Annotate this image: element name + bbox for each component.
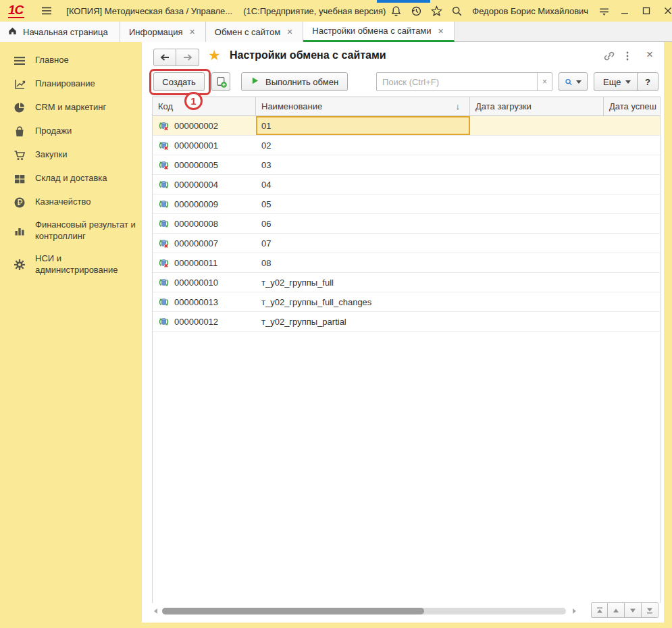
table-row[interactable]: 00000000707: [153, 234, 660, 253]
tab-close-icon[interactable]: ×: [188, 26, 197, 37]
row-load-date-cell: [470, 312, 604, 331]
sidebar-item-warehouse-delivery[interactable]: Склад и доставка: [0, 167, 142, 190]
more-kebab-icon[interactable]: [622, 50, 633, 65]
search-box: ×: [376, 72, 552, 91]
sidebar-item-purchases[interactable]: Закупки: [0, 143, 142, 167]
create-button[interactable]: Создать: [153, 72, 205, 91]
scroll-left-icon[interactable]: [153, 607, 160, 615]
row-name-cell: 07: [256, 234, 470, 253]
scroll-right-icon[interactable]: [571, 607, 578, 615]
sidebar-item-label: Продажи: [35, 126, 72, 137]
row-load-date-cell: [470, 253, 604, 272]
sidebar-item-crm-marketing[interactable]: CRM и маркетинг: [0, 96, 142, 120]
row-success-date-cell: [604, 155, 661, 174]
tab-label: Начальная страница: [23, 27, 108, 37]
main-menu-icon[interactable]: [36, 1, 57, 21]
row-load-date-cell: [470, 136, 604, 155]
table-row[interactable]: 000000012т_у02_группы_partial: [153, 312, 660, 332]
notifications-bell-icon[interactable]: [386, 1, 406, 21]
favorite-star-icon[interactable]: ★: [208, 47, 221, 63]
sidebar-item-main[interactable]: Главное: [0, 49, 142, 72]
column-header-load-date[interactable]: Дата загрузки: [470, 97, 604, 115]
row-name-cell[interactable]: 01: [256, 116, 470, 135]
get-link-icon[interactable]: [603, 50, 615, 65]
search-input[interactable]: [377, 73, 537, 90]
row-name-cell: т_у02_группы_full: [256, 273, 470, 292]
sidebar-item-label: Планирование: [35, 78, 95, 90]
table-row[interactable]: 00000000503: [153, 155, 660, 175]
table-row[interactable]: 000000013т_у02_группы_full_changes: [153, 292, 660, 312]
column-header-name[interactable]: Наименование ↓: [256, 97, 470, 115]
row-down-button[interactable]: [625, 602, 642, 618]
go-to-first-button[interactable]: [591, 602, 608, 618]
table-row[interactable]: 00000001108: [153, 253, 660, 273]
close-form-icon[interactable]: ×: [646, 48, 653, 61]
row-success-date-cell: [604, 234, 661, 253]
forward-arrow-button[interactable]: [176, 49, 199, 66]
history-icon[interactable]: [406, 1, 426, 21]
row-load-date-cell: [470, 155, 604, 174]
pie-chart-icon: [14, 102, 26, 114]
favorites-star-icon[interactable]: [426, 1, 446, 21]
tab-site-exchange-settings[interactable]: Настройки обмена с сайтами ×: [303, 22, 454, 42]
row-name-cell: 08: [256, 253, 470, 272]
close-window-button[interactable]: [657, 1, 672, 21]
table-row[interactable]: 000000010т_у02_группы_full: [153, 273, 660, 292]
row-name-cell: 04: [256, 175, 470, 194]
help-button[interactable]: ?: [637, 72, 658, 91]
table-row[interactable]: 00000000905: [153, 194, 660, 214]
current-user[interactable]: Федоров Борис Михайлович: [472, 6, 588, 16]
sidebar-item-label: Склад и доставка: [35, 173, 107, 184]
row-code: 000000009: [174, 199, 218, 209]
minimize-button[interactable]: [614, 1, 636, 21]
row-code-cell: 000000012: [153, 312, 256, 331]
annotation-step-number: 1: [184, 92, 203, 110]
horizontal-scrollbar[interactable]: [162, 608, 566, 614]
column-header-code[interactable]: Код: [153, 97, 256, 115]
execute-exchange-button[interactable]: Выполнить обмен: [241, 72, 348, 91]
sidebar-item-sales[interactable]: Продажи: [0, 120, 142, 143]
row-code-cell: 000000013: [153, 292, 256, 311]
maximize-button[interactable]: [636, 1, 657, 21]
table-bottom-bar: [142, 602, 664, 620]
tab-site-exchange[interactable]: Обмен с сайтом ×: [206, 22, 304, 42]
row-code: 000000011: [174, 258, 217, 268]
sidebar-item-planning[interactable]: Планирование: [0, 72, 142, 96]
table-row[interactable]: 00000000102: [153, 136, 660, 155]
tab-label: Обмен с сайтом: [215, 27, 280, 37]
more-actions-button[interactable]: Еще: [594, 72, 640, 91]
row-code-cell: 000000011: [153, 253, 256, 272]
tab-close-icon[interactable]: ×: [286, 26, 294, 37]
sidebar-item-nsi-administration[interactable]: НСИ и администрирование: [0, 248, 142, 282]
sidebar-item-treasury[interactable]: Казначейство: [0, 190, 142, 214]
go-to-last-button[interactable]: [642, 602, 658, 618]
back-arrow-button[interactable]: [153, 49, 176, 66]
scrollbar-thumb[interactable]: [162, 608, 424, 614]
sync-error-icon: [158, 238, 170, 249]
tab-label: Настройки обмена с сайтами: [312, 26, 431, 36]
sync-icon: [158, 316, 170, 328]
row-load-date-cell: [470, 194, 604, 213]
row-code-cell: 000000009: [153, 194, 256, 213]
table-row[interactable]: 00000000806: [153, 214, 660, 234]
tab-information[interactable]: Информация ×: [120, 22, 206, 42]
page-title: Настройки обмена с сайтами: [230, 49, 386, 61]
clear-search-icon[interactable]: ×: [537, 73, 552, 90]
table-row[interactable]: 00000000201: [153, 116, 660, 136]
sidebar-item-label: CRM и маркетинг: [35, 102, 106, 113]
copy-new-item-button[interactable]: [211, 72, 230, 91]
tab-close-icon[interactable]: ×: [437, 26, 445, 36]
row-success-date-cell: [604, 312, 661, 331]
service-settings-icon[interactable]: [594, 1, 614, 21]
gear-icon: [14, 259, 26, 271]
row-up-button[interactable]: [608, 602, 625, 618]
sync-icon: [158, 277, 170, 288]
row-load-date-cell: [470, 273, 604, 292]
find-dropdown-button[interactable]: [559, 72, 588, 91]
table-row[interactable]: 00000000404: [153, 175, 660, 194]
global-search-icon[interactable]: [446, 1, 467, 21]
column-header-success-date[interactable]: Дата успеш: [604, 97, 661, 115]
tab-home-page[interactable]: Начальная страница: [0, 22, 120, 42]
row-code-cell: 000000005: [153, 155, 256, 174]
sidebar-item-financial-result[interactable]: Финансовый результат и контроллинг: [0, 214, 142, 248]
